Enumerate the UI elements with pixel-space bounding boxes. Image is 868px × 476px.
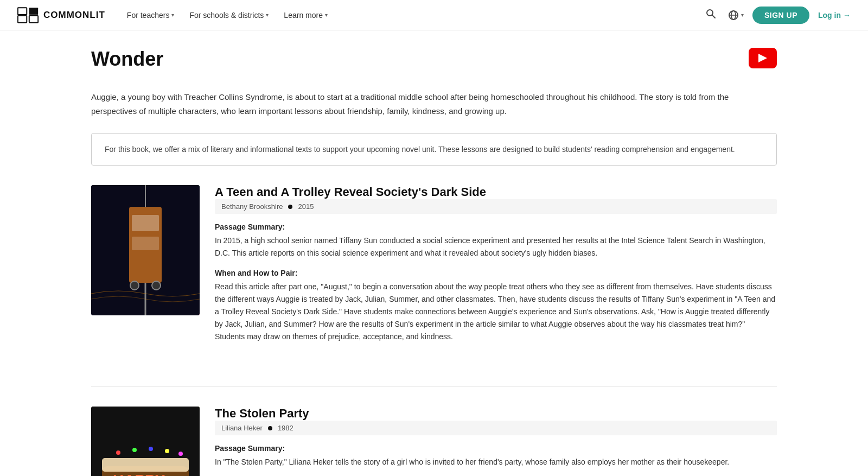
reading-thumbnail: 6th Grade News 940L	[91, 185, 200, 315]
pair-text: Read this article after part one, "Augus…	[215, 281, 777, 343]
reading-content: A Teen and A Trolley Reveal Society's Da…	[215, 185, 777, 352]
nav-for-teachers[interactable]: For teachers ▾	[120, 7, 181, 24]
svg-line-5	[712, 15, 715, 18]
signup-button[interactable]: SIGN UP	[752, 7, 809, 24]
lexile-badge: 650L	[177, 428, 200, 438]
author-name: Bethany Brookshire	[221, 202, 283, 211]
publication-year: 1982	[278, 424, 293, 432]
summary-text: In "The Stolen Party," Liliana Heker tel…	[215, 456, 777, 468]
type-badge: News	[175, 196, 200, 206]
dot-separator	[268, 426, 272, 430]
reading-meta: Liliana Heker 1982	[215, 421, 777, 435]
login-button[interactable]: Log in →	[818, 11, 851, 20]
logo-text: COMMONLIT	[43, 10, 105, 21]
svg-rect-3	[29, 15, 38, 22]
nav-learn-more[interactable]: Learn more ▾	[277, 7, 334, 24]
svg-rect-0	[18, 8, 27, 15]
reading-meta: Bethany Brookshire 2015	[215, 199, 777, 214]
reading-thumbnail: 7th Grade Short Story 650L	[91, 407, 200, 476]
summary-label: Passage Summary:	[215, 223, 777, 231]
title-row: Wonder	[91, 48, 777, 81]
logo-icon	[17, 7, 39, 23]
readings-list: 6th Grade News 940L A Teen and A Trolley…	[91, 185, 777, 476]
main-content: Wonder Auggie, a young boy with Treacher…	[65, 30, 803, 476]
author-name: Liliana Heker	[221, 424, 263, 432]
chevron-down-icon: ▾	[171, 12, 174, 18]
dot-separator	[288, 205, 292, 209]
youtube-button[interactable]	[749, 48, 777, 68]
svg-rect-1	[18, 15, 27, 22]
globe-icon	[728, 10, 739, 21]
info-box: For this book, we offer a mix of literar…	[91, 133, 777, 166]
reading-badges: 6th Grade News 940L	[163, 185, 200, 217]
search-button[interactable]	[702, 5, 719, 25]
item-divider	[91, 386, 777, 387]
search-icon	[705, 8, 716, 19]
page-title: Wonder	[91, 48, 163, 71]
type-badge: Short Story	[158, 417, 200, 427]
page-description: Auggie, a young boy with Treacher Collin…	[91, 90, 742, 118]
navbar-right: ▾ SIGN UP Log in →	[702, 5, 851, 25]
play-icon	[758, 54, 767, 62]
arrow-right-icon: →	[843, 11, 851, 20]
summary-text: In 2015, a high school senior named Tiff…	[215, 234, 777, 259]
summary-label: Passage Summary:	[215, 444, 777, 453]
reading-title[interactable]: The Stolen Party	[215, 407, 309, 420]
navbar: COMMONLIT For teachers ▾ For schools & d…	[0, 0, 868, 30]
nav-links: For teachers ▾ For schools & districts ▾…	[120, 7, 702, 24]
reading-badges: 7th Grade Short Story 650L	[158, 407, 200, 438]
reading-content: The Stolen Party Liliana Heker 1982 Pass…	[215, 407, 777, 476]
language-button[interactable]: ▾	[728, 10, 744, 21]
logo[interactable]: COMMONLIT	[17, 7, 105, 23]
pair-label: When and How to Pair:	[215, 269, 777, 277]
reading-item: 6th Grade News 940L A Teen and A Trolley…	[91, 185, 777, 365]
nav-for-schools[interactable]: For schools & districts ▾	[183, 7, 275, 24]
chevron-down-icon: ▾	[325, 12, 328, 18]
grade-badge: 7th Grade	[163, 407, 200, 416]
reading-item: 7th Grade Short Story 650L The Stolen Pa…	[91, 407, 777, 476]
svg-rect-2	[29, 8, 38, 15]
lexile-badge: 940L	[177, 207, 200, 217]
chevron-down-icon: ▾	[266, 12, 269, 18]
reading-title[interactable]: A Teen and A Trolley Reveal Society's Da…	[215, 185, 486, 199]
grade-badge: 6th Grade	[163, 185, 200, 195]
chevron-down-icon: ▾	[741, 12, 744, 18]
publication-year: 2015	[298, 202, 314, 211]
